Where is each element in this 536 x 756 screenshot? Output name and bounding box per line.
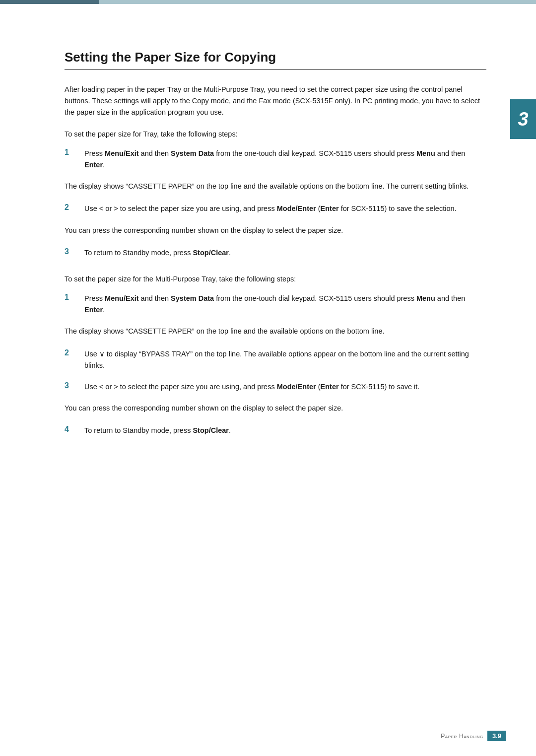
- top-bar-dark: [0, 0, 99, 4]
- tray-step-3-bold: Stop/Clear: [193, 249, 229, 257]
- multi-step-3-bold-1: Mode/Enter: [277, 383, 316, 391]
- multi-step-3-content: Use < or > to select the paper size you …: [84, 381, 486, 393]
- tray-steps: 1 Press Menu/Exit and then System Data f…: [65, 148, 486, 259]
- chapter-number: 3: [518, 109, 528, 130]
- tray-step-1-number: 1: [65, 148, 79, 157]
- multi-step-1-content: Press Menu/Exit and then System Data fro…: [84, 293, 486, 316]
- page: 3 Setting the Paper Size for Copying Aft…: [0, 0, 536, 756]
- multi-step-1-bold-2: System Data: [171, 294, 214, 302]
- multi-step-1-bold-4: Enter: [84, 306, 103, 314]
- tray-step-1-bold-2: System Data: [171, 149, 214, 157]
- multi-step-2: 2 Use ∨ to display “BYPASS TRAY” on the …: [65, 348, 486, 371]
- tray-section-intro: To set the paper size for Tray, take the…: [65, 129, 486, 140]
- tray-step-3-content: To return to Standby mode, press Stop/Cl…: [84, 247, 486, 259]
- multi-step-3-or: or: [105, 383, 112, 391]
- multi-step-4-bold: Stop/Clear: [193, 426, 229, 434]
- multi-step-1-number: 1: [65, 293, 79, 302]
- top-bar-light: [99, 0, 536, 4]
- page-title: Setting the Paper Size for Copying: [65, 50, 486, 70]
- multi-step-2-number: 2: [65, 348, 79, 357]
- multi-step-1: 1 Press Menu/Exit and then System Data f…: [65, 293, 486, 316]
- content-area: Setting the Paper Size for Copying After…: [0, 50, 536, 437]
- tray-step-2-bold-2: Enter: [321, 205, 339, 212]
- tray-step-1-note: The display shows “CASSETTE PAPER” on th…: [65, 181, 486, 192]
- tray-step-2: 2 Use < or > to select the paper size yo…: [65, 203, 486, 214]
- multi-step-4-content: To return to Standby mode, press Stop/Cl…: [84, 425, 486, 436]
- multi-step-3-bold-2: Enter: [321, 383, 339, 391]
- tray-step-2-or: or: [105, 205, 112, 212]
- multi-step-2-content: Use ∨ to display “BYPASS TRAY” on the to…: [84, 348, 486, 371]
- multi-steps: 1 Press Menu/Exit and then System Data f…: [65, 293, 486, 437]
- multi-step-3-number: 3: [65, 381, 79, 390]
- multi-step-1-note: The display shows “CASSETTE PAPER” on th…: [65, 326, 486, 337]
- intro-paragraph: After loading paper in the paper Tray or…: [65, 84, 486, 119]
- tray-step-2-content: Use < or > to select the paper size you …: [84, 203, 486, 214]
- footer-label: Paper Handling: [441, 733, 483, 740]
- tray-step-1-bold-4: Enter: [84, 161, 103, 169]
- tray-step-2-note: You can press the corresponding number s…: [65, 225, 486, 236]
- multi-step-3-note: You can press the corresponding number s…: [65, 403, 486, 414]
- multi-step-4-number: 4: [65, 425, 79, 434]
- chapter-tab: 3: [510, 99, 536, 139]
- multi-step-4: 4 To return to Standby mode, press Stop/…: [65, 425, 486, 436]
- top-decorative-bar: [0, 0, 536, 4]
- footer-page: 3.9: [487, 731, 506, 741]
- multi-step-1-bold-3: Menu: [416, 294, 435, 302]
- tray-step-3-number: 3: [65, 247, 79, 256]
- tray-step-3: 3 To return to Standby mode, press Stop/…: [65, 247, 486, 259]
- footer: Paper Handling 3.9: [441, 731, 506, 741]
- multi-step-3: 3 Use < or > to select the paper size yo…: [65, 381, 486, 393]
- tray-step-1-bold-3: Menu: [416, 149, 435, 157]
- multi-step-1-bold-1: Menu/Exit: [105, 294, 138, 302]
- tray-step-2-bold-1: Mode/Enter: [277, 205, 316, 212]
- tray-step-1: 1 Press Menu/Exit and then System Data f…: [65, 148, 486, 171]
- tray-step-1-content: Press Menu/Exit and then System Data fro…: [84, 148, 486, 171]
- tray-step-1-bold-1: Menu/Exit: [105, 149, 138, 157]
- multi-section-intro: To set the paper size for the Multi-Purp…: [65, 274, 486, 285]
- tray-step-2-number: 2: [65, 203, 79, 212]
